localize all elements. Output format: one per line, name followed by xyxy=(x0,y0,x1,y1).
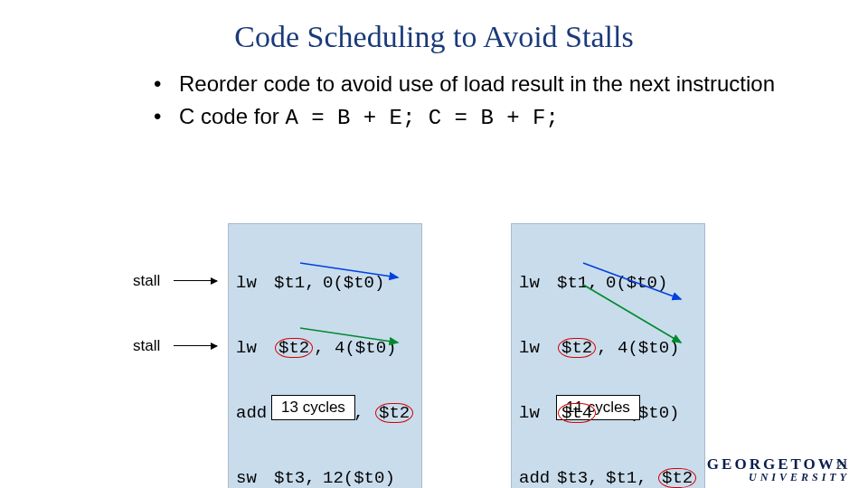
dependency-arrows xyxy=(0,221,868,425)
bullet-2: C code for A = B + E; C = B + F; xyxy=(154,103,787,132)
stall-arrow-2 xyxy=(174,345,217,346)
stall-arrow-1 xyxy=(174,280,217,281)
university-logo: GEORGETOWN UNIVERSITY xyxy=(707,456,850,483)
caption-left: 13 cycles xyxy=(271,395,355,420)
bullet-2-prefix: C code for xyxy=(179,104,285,128)
stall-label-1: stall xyxy=(131,271,162,291)
logo-line-1: GEORGETOWN xyxy=(707,456,850,472)
stall-label-2: stall xyxy=(131,336,162,356)
bullet-2-code: A = B + E; C = B + F; xyxy=(285,106,558,130)
code-area: stall stall lw$t1,0($t0) lw$t2, 4($t0) a… xyxy=(0,221,868,425)
code-block-right: lw$t1,0($t0) lw$t2, 4($t0) lw$t4, 8($t0)… xyxy=(511,223,705,488)
circle-t2-use-right: $t2 xyxy=(658,468,696,488)
bullet-list: Reorder code to avoid use of load result… xyxy=(154,70,787,132)
circle-t4-def-right: $t4 xyxy=(558,403,596,423)
logo-line-2: UNIVERSITY xyxy=(707,472,850,483)
slide: Code Scheduling to Avoid Stalls Reorder … xyxy=(0,0,868,488)
circle-t2-def-right: $t2 xyxy=(558,338,596,358)
circle-t2-use-left: $t2 xyxy=(375,403,413,423)
slide-title: Code Scheduling to Avoid Stalls xyxy=(0,0,868,54)
code-block-left: lw$t1,0($t0) lw$t2, 4($t0) add$t3,$t1, $… xyxy=(228,223,422,488)
circle-t2-def-left: $t2 xyxy=(275,338,313,358)
bullet-1: Reorder code to avoid use of load result… xyxy=(154,70,787,98)
